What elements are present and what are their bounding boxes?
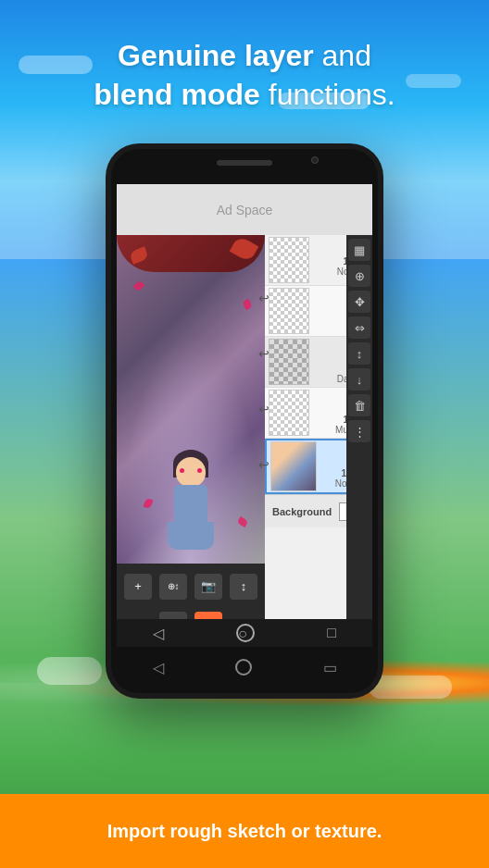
headline-blend: blend mode [94, 78, 260, 111]
right-toolbar: ▦ ⊕ ✥ ⇔ ↕ ↓ 🗑 ⋮ [346, 235, 372, 619]
headline-and: and [322, 39, 371, 72]
bottom-banner: Import rough sketch or texture. [0, 794, 489, 868]
photo-btn[interactable]: 📷 [194, 574, 222, 600]
phone-inner: Ad Space [111, 149, 378, 693]
rt-move-btn[interactable]: ✥ [348, 291, 370, 313]
rt-pattern-btn[interactable]: ▦ [348, 239, 370, 261]
layer-thumb-2 [269, 390, 309, 436]
move-btn[interactable]: ↕ [230, 574, 257, 600]
rt-flip-btn[interactable]: ⇔ [348, 316, 370, 339]
merge-layer-btn[interactable]: ⊕↕ [159, 574, 187, 600]
rt-download-btn[interactable]: ↓ [348, 368, 370, 391]
phone-recent[interactable]: ▭ [323, 659, 337, 676]
ad-space: Ad Space [117, 184, 372, 235]
char-skirt [168, 522, 214, 550]
phone-home[interactable] [235, 659, 252, 676]
ad-label: Ad Space [217, 203, 273, 217]
app-screen: Ad Space [117, 184, 372, 647]
screen-nav: ◁ ○ □ [117, 619, 372, 647]
rt-more-btn[interactable]: ⋮ [348, 420, 370, 442]
canvas-area[interactable] [117, 235, 265, 564]
phone-nav: ◁ ▭ [117, 647, 372, 688]
banner-text: Import rough sketch or texture. [107, 821, 382, 842]
layer-thumb-3 [269, 339, 309, 385]
rt-transform-btn[interactable]: ↕ [348, 342, 370, 365]
headline-strong: Genuine layer [118, 39, 314, 72]
merge-arrow-3: ↩ [258, 402, 270, 416]
bg-label: Background [272, 506, 332, 517]
cloud [37, 657, 102, 685]
petal [133, 280, 145, 292]
nav-home-btn[interactable]: ○ [236, 624, 255, 642]
petal [144, 498, 154, 509]
cloud [369, 676, 452, 699]
char-eye-right [197, 468, 202, 473]
char-head [176, 457, 206, 487]
petal [242, 299, 253, 311]
layer-thumb-4 [269, 288, 309, 334]
headline: Genuine layer and blend mode functions. [0, 37, 489, 114]
character-figure [158, 457, 223, 559]
nav-back-btn[interactable]: ◁ [153, 625, 164, 642]
phone-device: Ad Space [106, 143, 383, 699]
layer-thumb-1 [270, 441, 317, 491]
artwork-canvas [117, 235, 265, 564]
rt-add-btn[interactable]: ⊕ [348, 265, 370, 287]
headline-functions: functions. [269, 78, 395, 111]
layer-thumb-top [269, 237, 309, 283]
phone-back[interactable]: ◁ [153, 659, 164, 676]
add-layer-btn[interactable]: + [124, 574, 152, 600]
rt-delete-btn[interactable]: 🗑 [348, 394, 370, 416]
char-eye-left [180, 468, 184, 473]
phone-speaker [217, 160, 272, 166]
petal [237, 516, 249, 527]
nav-recent-btn[interactable]: □ [327, 625, 336, 641]
merge-arrow-4: ↩ [258, 457, 270, 472]
phone-camera [311, 156, 319, 164]
merge-arrow-1: ↩ [258, 291, 270, 305]
merge-arrow-2: ↩ [258, 346, 270, 361]
